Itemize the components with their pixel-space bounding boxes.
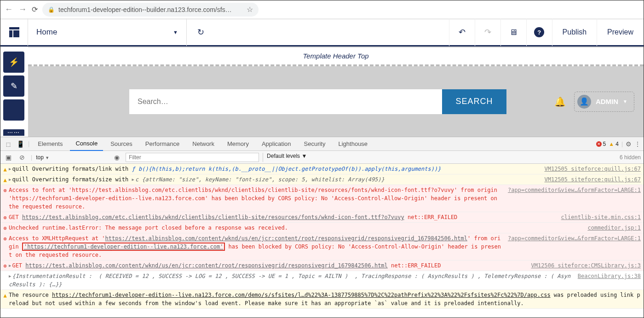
tab-performance[interactable]: Performance bbox=[140, 137, 185, 151]
tab-network[interactable]: Network bbox=[187, 137, 220, 151]
log-source-link[interactable]: VM12505 siteforce:quill.js:67 bbox=[539, 175, 641, 184]
desktop-view-icon[interactable]: 🖥 bbox=[500, 18, 526, 46]
log-row[interactable]: ⊗ Access to font at 'https://test.albins… bbox=[0, 185, 644, 212]
filter-input[interactable] bbox=[126, 153, 259, 162]
template-header-region[interactable]: Template Header Top bbox=[28, 47, 644, 66]
clear-console-icon[interactable]: ⊘ bbox=[17, 154, 27, 161]
devtools-tabs: ⬚ 📱 | Elements Console Sources Performan… bbox=[0, 137, 644, 151]
warning-icon: ▲ bbox=[2, 165, 8, 173]
page-selector[interactable]: Home ▼ bbox=[28, 18, 187, 46]
bookmark-star-icon[interactable]: ☆ bbox=[247, 5, 253, 14]
log-row[interactable]: ▶{InstrumentationResult : ( RECEIVED = 1… bbox=[0, 271, 644, 290]
sidebar-toggle-icon[interactable]: ▣ bbox=[3, 154, 13, 161]
page-label: Home bbox=[36, 28, 57, 37]
hero-region: SEARCH 🔔 👤 ADMIN ▼ bbox=[28, 66, 644, 137]
error-icon: ⊗ bbox=[2, 262, 8, 270]
lightning-icon[interactable]: ⚡ bbox=[3, 52, 24, 73]
error-icon: ⊗ bbox=[2, 186, 8, 195]
drag-handle-icon[interactable]: ⋯⋯ bbox=[3, 129, 24, 136]
log-row[interactable]: ▲ The resource https://techforum1-develo… bbox=[0, 290, 644, 309]
back-button[interactable]: ← bbox=[4, 5, 13, 14]
log-source-link[interactable]: VM12505 siteforce:quill.js:67 bbox=[539, 165, 641, 173]
log-row[interactable]: ⊗ Access to XMLHttpRequest at 'https://t… bbox=[0, 233, 644, 260]
edit-icon[interactable]: ✎ bbox=[3, 75, 24, 97]
log-row[interactable]: ⊗ GET https://test.albinsblog.com/etc.cl… bbox=[0, 212, 644, 223]
log-source-link[interactable]: VM12506 siteforce:CMSLibrary.js:3 bbox=[526, 261, 641, 270]
bell-icon[interactable]: 🔔 bbox=[554, 96, 566, 107]
error-icon: ⊗ bbox=[2, 224, 8, 232]
log-source-link[interactable]: clientlib-site.min.css:1 bbox=[556, 213, 641, 221]
console-log: ▲ ▶quill Overwriting formats/link with ƒ… bbox=[0, 164, 644, 318]
context-selector[interactable]: top ▼ bbox=[36, 154, 49, 161]
side-rail: ⚡ ✎ ⋯⋯ bbox=[0, 47, 28, 137]
undo-button[interactable]: ↶ bbox=[449, 18, 475, 46]
tab-application[interactable]: Application bbox=[256, 137, 297, 151]
reload-button[interactable]: ⟳ bbox=[32, 5, 38, 14]
lock-icon: 🔒 bbox=[48, 6, 55, 13]
preview-button[interactable]: Preview bbox=[597, 18, 644, 46]
error-icon: ⊗ bbox=[2, 214, 8, 222]
search-input[interactable] bbox=[129, 89, 442, 114]
tab-sources[interactable]: Sources bbox=[105, 137, 138, 151]
warning-count[interactable]: ▲4 bbox=[609, 141, 619, 147]
log-source-link[interactable]: commeditor.jsp:1 bbox=[582, 224, 641, 232]
chevron-down-icon: ▼ bbox=[173, 29, 178, 35]
tab-lighthouse[interactable]: Lighthouse bbox=[333, 137, 373, 151]
builder-toolbar: Home ▼ ↻ ↶ ↷ 🖥 ? Publish Preview bbox=[0, 19, 644, 46]
gear-icon[interactable]: ⚙ bbox=[626, 140, 632, 148]
user-label: ADMIN bbox=[596, 98, 618, 105]
search-component: SEARCH bbox=[129, 89, 506, 114]
forward-button[interactable]: → bbox=[18, 5, 27, 14]
log-source-link[interactable]: BeaconLibrary.js:38 bbox=[572, 272, 641, 289]
inspect-icon[interactable]: ⬚ bbox=[3, 140, 13, 148]
log-row[interactable]: ▲ ▶quill Overwriting formats/size with ▶… bbox=[0, 174, 644, 185]
log-row[interactable]: ⊗ ▶GET https://test.albinsblog.com/conte… bbox=[0, 260, 644, 271]
url-bar[interactable]: 🔒 techforum1-developer-edition--builder.… bbox=[42, 3, 259, 17]
more-icon[interactable]: ⋮ bbox=[634, 140, 641, 148]
chevron-down-icon: ▼ bbox=[623, 99, 627, 104]
panel-button[interactable] bbox=[3, 99, 24, 121]
svg-rect-2 bbox=[13, 30, 19, 37]
log-row[interactable]: ⊗ Unchecked runtime.lastError: The messa… bbox=[0, 223, 644, 233]
svg-rect-0 bbox=[9, 27, 19, 29]
console-toolbar: ▣ ⊘ | top ▼ ◉ Default levels ▼ 6 hidden bbox=[0, 151, 644, 164]
log-levels-selector[interactable]: Default levels ▼ bbox=[263, 153, 310, 162]
device-toggle-icon[interactable]: 📱 bbox=[15, 140, 25, 148]
browser-address-bar: ← → ⟳ 🔒 techforum1-developer-edition--bu… bbox=[0, 0, 644, 19]
avatar-icon: 👤 bbox=[577, 95, 591, 109]
help-button[interactable]: ? bbox=[526, 18, 552, 46]
tab-elements[interactable]: Elements bbox=[32, 137, 68, 151]
layout-icon[interactable] bbox=[0, 18, 28, 46]
svg-rect-1 bbox=[9, 30, 12, 37]
warning-icon: ▲ bbox=[2, 176, 8, 184]
log-source-link[interactable]: ?app=commeditor&view…&formFactor=LARGE:1 bbox=[502, 186, 641, 211]
tab-security[interactable]: Security bbox=[299, 137, 331, 151]
error-icon: ⊗ bbox=[2, 235, 8, 243]
redo-button: ↷ bbox=[475, 18, 500, 46]
builder-reload-button[interactable]: ↻ bbox=[187, 18, 214, 46]
devtools-panel: ⬚ 📱 | Elements Console Sources Performan… bbox=[0, 137, 644, 318]
search-button[interactable]: SEARCH bbox=[442, 89, 506, 114]
log-source-link[interactable]: ?app=commeditor&view…&formFactor=LARGE:1 bbox=[502, 234, 641, 259]
builder-canvas: ⚡ ✎ ⋯⋯ Template Header Top SEARCH 🔔 👤 AD… bbox=[0, 46, 644, 137]
tab-console[interactable]: Console bbox=[70, 137, 103, 151]
error-count[interactable]: ✕5 bbox=[596, 141, 606, 147]
url-text: techforum1-developer-edition--builder.na… bbox=[58, 6, 232, 13]
warning-icon: ▲ bbox=[2, 291, 8, 300]
user-menu[interactable]: 👤 ADMIN ▼ bbox=[574, 92, 634, 112]
hidden-count[interactable]: 6 hidden bbox=[620, 154, 641, 161]
tab-memory[interactable]: Memory bbox=[222, 137, 254, 151]
eye-icon[interactable]: ◉ bbox=[112, 154, 122, 161]
publish-button[interactable]: Publish bbox=[552, 18, 597, 46]
log-row[interactable]: ▲ ▶quill Overwriting formats/link with ƒ… bbox=[0, 164, 644, 174]
